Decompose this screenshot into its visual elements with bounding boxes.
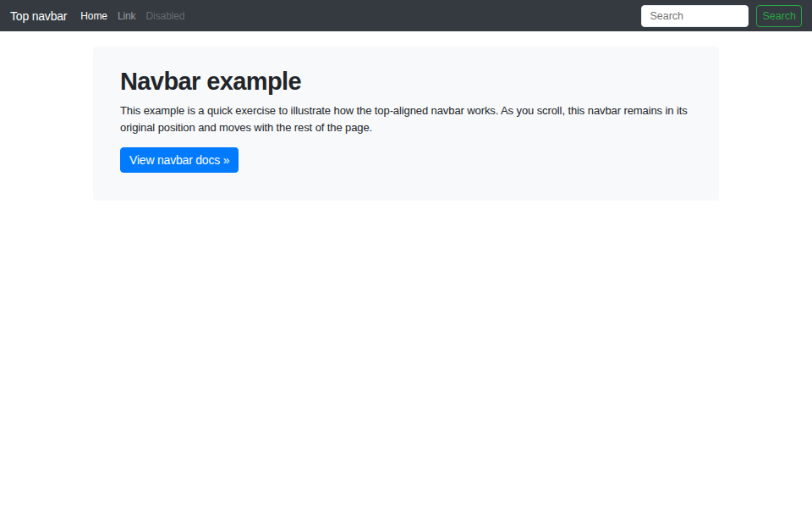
- main-content: Navbar example This example is a quick e…: [0, 47, 812, 201]
- nav-link-link[interactable]: Link: [112, 10, 141, 22]
- intro-paragraph: This example is a quick exercise to illu…: [120, 102, 692, 136]
- jumbotron-panel: Navbar example This example is a quick e…: [93, 47, 719, 201]
- page-title: Navbar example: [120, 67, 692, 97]
- search-button[interactable]: Search: [756, 5, 802, 27]
- view-navbar-docs-button[interactable]: View navbar docs »: [120, 147, 239, 173]
- nav-link-home[interactable]: Home: [75, 10, 112, 22]
- navbar-nav: Home Link Disabled: [75, 10, 189, 22]
- navbar-brand[interactable]: Top navbar: [10, 9, 67, 23]
- search-input[interactable]: [641, 5, 749, 27]
- nav-link-disabled: Disabled: [141, 10, 190, 22]
- navbar-search-form: Search: [641, 5, 802, 27]
- top-navbar: Top navbar Home Link Disabled Search: [0, 0, 812, 31]
